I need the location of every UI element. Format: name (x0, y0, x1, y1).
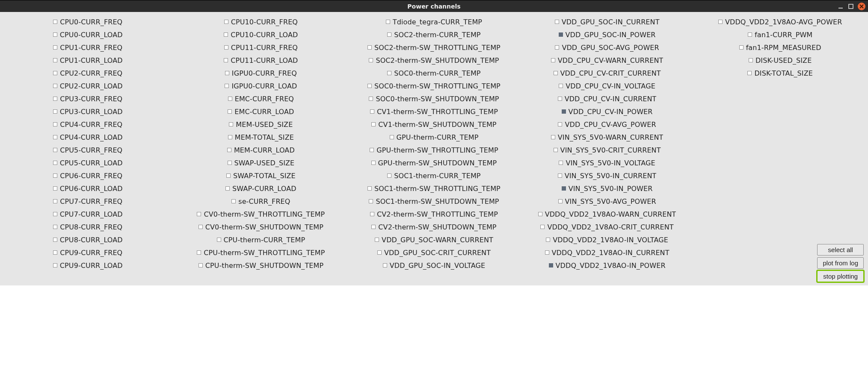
channel-checkbox[interactable] (555, 20, 559, 24)
channel-checkbox[interactable] (53, 173, 57, 178)
channel-row[interactable]: CPU-therm-SW_SHUTDOWN_TEMP (178, 259, 345, 272)
channel-row[interactable]: CPU3-CURR_FREQ (4, 92, 172, 105)
channel-checkbox[interactable] (558, 122, 562, 126)
channel-row[interactable]: VDD_CPU_CV-CRIT_CURRENT (524, 67, 691, 79)
channel-row[interactable]: VDD_GPU_SOC-CRIT_CURRENT (350, 246, 518, 259)
channel-row[interactable]: VDD_GPU_SOC-IN_VOLTAGE (350, 259, 518, 272)
channel-row[interactable]: CPU1-CURR_LOAD (4, 54, 172, 67)
channel-row[interactable]: CV2-therm-SW_THROTTLING_TEMP (350, 208, 518, 220)
channel-checkbox[interactable] (369, 97, 373, 101)
channel-row[interactable]: CPU2-CURR_LOAD (4, 79, 172, 92)
channel-checkbox[interactable] (367, 45, 372, 50)
channel-row[interactable]: GPU-therm-CURR_TEMP (350, 131, 518, 144)
channel-checkbox[interactable] (53, 84, 57, 88)
channel-checkbox[interactable] (228, 109, 232, 114)
channel-checkbox[interactable] (53, 186, 57, 191)
channel-checkbox[interactable] (718, 20, 723, 24)
channel-row[interactable]: SOC1-therm-SW_THROTTLING_TEMP (350, 182, 518, 195)
channel-checkbox[interactable] (53, 45, 57, 50)
channel-row[interactable]: EMC-CURR_LOAD (178, 105, 345, 118)
channel-checkbox[interactable] (387, 32, 391, 37)
channel-checkbox[interactable] (558, 199, 563, 203)
channel-row[interactable]: IGPU0-CURR_FREQ (178, 67, 345, 79)
channel-row[interactable]: SOC2-therm-CURR_TEMP (350, 28, 518, 41)
channel-checkbox[interactable] (53, 109, 57, 114)
channel-checkbox[interactable] (367, 186, 372, 191)
channel-row[interactable]: VDD_GPU_SOC-WARN_CURRENT (350, 233, 518, 246)
channel-row[interactable]: SOC2-therm-SW_SHUTDOWN_TEMP (350, 54, 518, 67)
channel-row[interactable]: VDDQ_VDD2_1V8AO-CRIT_CURRENT (524, 220, 691, 233)
channel-checkbox[interactable] (538, 212, 542, 216)
channel-checkbox[interactable] (554, 71, 558, 75)
plot-from-log-button[interactable]: plot from log (817, 257, 864, 269)
channel-checkbox[interactable] (558, 173, 562, 178)
channel-row[interactable]: CV2-therm-SW_SHUTDOWN_TEMP (350, 220, 518, 233)
channel-row[interactable]: CPU-therm-SW_THROTTLING_TEMP (178, 246, 345, 259)
channel-checkbox[interactable] (198, 225, 203, 229)
channel-row[interactable]: SOC2-therm-SW_THROTTLING_TEMP (350, 41, 518, 54)
channel-row[interactable]: CV0-therm-SW_THROTTLING_TEMP (178, 208, 345, 220)
channel-row[interactable]: CPU2-CURR_FREQ (4, 67, 172, 79)
channel-row[interactable]: DISK-TOTAL_SIZE (696, 67, 864, 79)
channel-checkbox[interactable] (747, 71, 752, 75)
channel-row[interactable]: VIN_SYS_5V0-IN_POWER (524, 182, 691, 195)
channel-row[interactable]: CPU-therm-CURR_TEMP (178, 233, 345, 246)
channel-checkbox[interactable] (53, 122, 57, 126)
channel-row[interactable]: CPU6-CURR_FREQ (4, 169, 172, 182)
channel-row[interactable]: CPU6-CURR_LOAD (4, 182, 172, 195)
channel-checkbox[interactable] (227, 148, 231, 152)
channel-row[interactable]: SOC1-therm-SW_SHUTDOWN_TEMP (350, 195, 518, 208)
channel-row[interactable]: VIN_SYS_5V0-AVG_POWER (524, 195, 691, 208)
channel-row[interactable]: CPU4-CURR_LOAD (4, 131, 172, 144)
channel-checkbox[interactable] (225, 84, 229, 88)
channel-row[interactable]: VIN_SYS_5V0-IN_CURRENT (524, 169, 691, 182)
channel-row[interactable]: CPU11-CURR_LOAD (178, 54, 345, 67)
channel-row[interactable]: CPU4-CURR_FREQ (4, 118, 172, 131)
channel-row[interactable]: CPU9-CURR_FREQ (4, 246, 172, 259)
channel-checkbox[interactable] (371, 122, 376, 126)
channel-checkbox[interactable] (53, 199, 57, 203)
channel-checkbox[interactable] (197, 212, 201, 216)
channel-checkbox[interactable] (224, 20, 228, 24)
channel-checkbox[interactable] (558, 97, 562, 101)
channel-checkbox[interactable] (53, 238, 57, 242)
channel-row[interactable]: MEM-USED_SIZE (178, 118, 345, 131)
channel-checkbox[interactable] (53, 20, 57, 24)
channel-checkbox[interactable] (386, 20, 390, 24)
channel-checkbox[interactable] (53, 135, 57, 139)
channel-row[interactable]: IGPU0-CURR_LOAD (178, 79, 345, 92)
channel-row[interactable]: VDD_CPU_CV-WARN_CURRENT (524, 54, 691, 67)
channel-row[interactable]: CV1-therm-SW_SHUTDOWN_TEMP (350, 118, 518, 131)
channel-row[interactable]: SWAP-TOTAL_SIZE (178, 169, 345, 182)
channel-checkbox[interactable] (53, 161, 57, 165)
channel-checkbox[interactable] (748, 32, 752, 37)
channel-row[interactable]: CPU8-CURR_FREQ (4, 220, 172, 233)
channel-checkbox[interactable] (387, 173, 391, 178)
channel-row[interactable]: VDD_CPU_CV-IN_VOLTAGE (524, 79, 691, 92)
channel-row[interactable]: SOC0-therm-SW_SHUTDOWN_TEMP (350, 92, 518, 105)
channel-checkbox[interactable] (225, 186, 230, 191)
channel-checkbox[interactable] (562, 109, 566, 114)
channel-checkbox[interactable] (559, 32, 563, 37)
channel-row[interactable]: EMC-CURR_FREQ (178, 92, 345, 105)
channel-checkbox[interactable] (554, 148, 558, 152)
channel-row[interactable]: CPU7-CURR_FREQ (4, 195, 172, 208)
channel-row[interactable]: CPU9-CURR_LOAD (4, 259, 172, 272)
channel-row[interactable]: CPU8-CURR_LOAD (4, 233, 172, 246)
channel-checkbox[interactable] (540, 225, 545, 229)
channel-checkbox[interactable] (53, 71, 57, 75)
channel-checkbox[interactable] (545, 250, 549, 255)
channel-row[interactable]: se-CURR_FREQ (178, 195, 345, 208)
channel-row[interactable]: CPU3-CURR_LOAD (4, 105, 172, 118)
channel-row[interactable]: CPU1-CURR_FREQ (4, 41, 172, 54)
channel-row[interactable]: CPU5-CURR_FREQ (4, 144, 172, 156)
channel-row[interactable]: fan1-CURR_PWM (696, 28, 864, 41)
channel-row[interactable]: SWAP-CURR_LOAD (178, 182, 345, 195)
channel-checkbox[interactable] (370, 148, 374, 152)
channel-row[interactable]: CV0-therm-SW_SHUTDOWN_TEMP (178, 220, 345, 233)
channel-row[interactable]: VDDQ_VDD2_1V8AO-IN_POWER (524, 259, 691, 272)
channel-row[interactable]: VIN_SYS_5V0-WARN_CURRENT (524, 131, 691, 144)
channel-row[interactable]: VIN_SYS_5V0-IN_VOLTAGE (524, 156, 691, 169)
channel-checkbox[interactable] (224, 32, 228, 37)
channel-row[interactable]: DISK-USED_SIZE (696, 54, 864, 67)
